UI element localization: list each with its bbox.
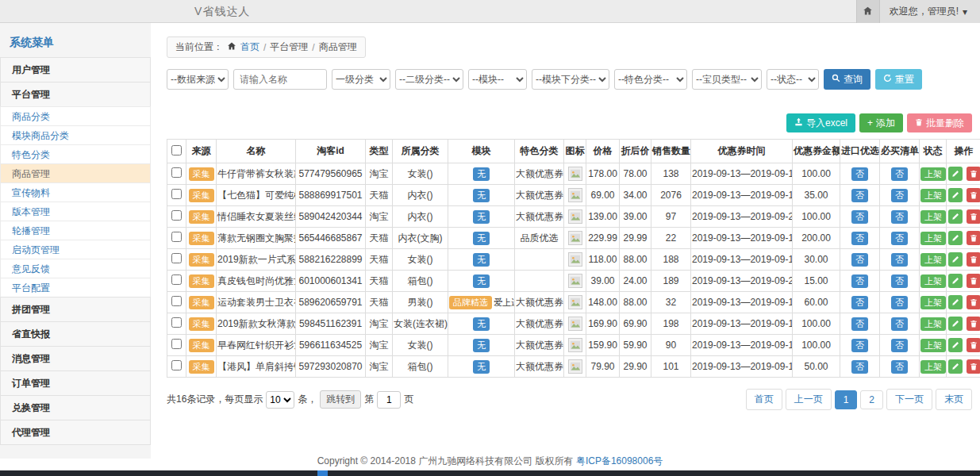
- import-select-toggle[interactable]: 否: [851, 360, 868, 374]
- sidebar-group[interactable]: 订单管理: [0, 370, 151, 396]
- must-buy-toggle[interactable]: 否: [891, 339, 908, 352]
- edit-button[interactable]: [948, 188, 963, 202]
- sidebar-group[interactable]: 用户管理: [0, 57, 151, 83]
- featured-category-select[interactable]: --特色分类--: [614, 69, 687, 90]
- sidebar-group[interactable]: 省直快报: [0, 321, 151, 347]
- must-buy-toggle[interactable]: 否: [891, 296, 908, 309]
- row-checkbox[interactable]: [171, 339, 182, 349]
- sidebar-item[interactable]: 平台配置: [0, 278, 151, 298]
- jump-button[interactable]: 跳转到: [320, 390, 361, 409]
- row-checkbox[interactable]: [171, 167, 182, 178]
- sidebar-group[interactable]: 消息管理: [0, 346, 151, 371]
- import-select-toggle[interactable]: 否: [851, 210, 868, 224]
- sidebar-item[interactable]: 意见反馈: [0, 259, 151, 278]
- edit-button[interactable]: [948, 167, 963, 181]
- delete-button[interactable]: [967, 274, 980, 288]
- sidebar-group[interactable]: 兑换管理: [0, 395, 151, 420]
- per-page-select[interactable]: 10: [266, 391, 294, 409]
- home-icon-button[interactable]: [856, 0, 880, 23]
- sidebar-item[interactable]: 模块商品分类: [0, 125, 151, 145]
- delete-button[interactable]: [967, 167, 980, 181]
- row-checkbox[interactable]: [171, 317, 182, 328]
- must-buy-toggle[interactable]: 否: [891, 274, 908, 288]
- delete-button[interactable]: [967, 338, 980, 352]
- delete-button[interactable]: [967, 188, 980, 202]
- sidebar-group[interactable]: 代理管理: [0, 420, 151, 445]
- row-checkbox[interactable]: [171, 253, 182, 263]
- import-select-toggle[interactable]: 否: [851, 167, 868, 181]
- must-buy-toggle[interactable]: 否: [891, 189, 908, 202]
- select-all-checkbox[interactable]: [171, 145, 182, 155]
- sidebar-item[interactable]: 商品分类: [0, 106, 151, 126]
- search-button[interactable]: 查询: [824, 69, 870, 90]
- import-select-toggle[interactable]: 否: [851, 253, 868, 267]
- status-select[interactable]: --状态--: [767, 69, 819, 90]
- row-checkbox[interactable]: [171, 274, 182, 285]
- row-checkbox[interactable]: [171, 210, 182, 221]
- import-select-toggle[interactable]: 否: [851, 274, 868, 288]
- edit-button[interactable]: [948, 209, 963, 224]
- edit-button[interactable]: [948, 295, 963, 309]
- status-badge[interactable]: 上架: [920, 232, 946, 245]
- status-badge[interactable]: 上架: [920, 296, 946, 309]
- import-select-toggle[interactable]: 否: [851, 339, 868, 352]
- add-button[interactable]: + 添加: [859, 113, 903, 132]
- page-number-input[interactable]: [377, 391, 401, 409]
- module-sub-select[interactable]: --模块下分类--: [532, 69, 609, 90]
- name-search-input[interactable]: [233, 69, 327, 90]
- edit-button[interactable]: [948, 274, 963, 288]
- must-buy-toggle[interactable]: 否: [891, 317, 908, 331]
- sidebar-item[interactable]: 轮播管理: [0, 221, 151, 240]
- next-page-button[interactable]: 下一页: [886, 389, 932, 410]
- import-select-toggle[interactable]: 否: [851, 232, 868, 245]
- level1-category-select[interactable]: 一级分类: [332, 69, 390, 90]
- first-page-button[interactable]: 首页: [746, 389, 782, 410]
- row-checkbox[interactable]: [171, 296, 182, 306]
- edit-button[interactable]: [948, 359, 963, 374]
- page-number-button[interactable]: 2: [860, 390, 883, 409]
- import-select-toggle[interactable]: 否: [851, 296, 868, 309]
- module-select[interactable]: --模块--: [468, 69, 527, 90]
- status-badge[interactable]: 上架: [920, 274, 946, 288]
- must-buy-toggle[interactable]: 否: [891, 360, 908, 374]
- status-badge[interactable]: 上架: [920, 253, 946, 267]
- edit-button[interactable]: [948, 231, 963, 245]
- import-excel-button[interactable]: 导入excel: [786, 113, 855, 132]
- sidebar-item[interactable]: 商品管理: [0, 163, 151, 183]
- delete-button[interactable]: [967, 209, 980, 224]
- sidebar-item[interactable]: 特色分类: [0, 144, 151, 164]
- status-badge[interactable]: 上架: [920, 167, 946, 181]
- delete-button[interactable]: [967, 252, 980, 267]
- must-buy-toggle[interactable]: 否: [891, 210, 908, 224]
- delete-button[interactable]: [967, 231, 980, 245]
- import-select-toggle[interactable]: 否: [851, 317, 868, 331]
- status-badge[interactable]: 上架: [920, 317, 946, 331]
- delete-button[interactable]: [967, 317, 980, 331]
- delete-button[interactable]: [967, 359, 980, 374]
- batch-delete-button[interactable]: 批量删除: [907, 113, 972, 132]
- source-select[interactable]: --数据来源--: [167, 69, 229, 90]
- sidebar-item[interactable]: 版本管理: [0, 202, 151, 221]
- status-badge[interactable]: 上架: [920, 189, 946, 202]
- row-checkbox[interactable]: [171, 232, 182, 242]
- status-badge[interactable]: 上架: [920, 210, 946, 224]
- icp-link[interactable]: 粤ICP备16098006号: [576, 455, 663, 466]
- status-badge[interactable]: 上架: [920, 360, 946, 374]
- edit-button[interactable]: [948, 317, 963, 331]
- breadcrumb-home-link[interactable]: 首页: [240, 40, 259, 54]
- edit-button[interactable]: [948, 338, 963, 352]
- last-page-button[interactable]: 末页: [936, 389, 972, 410]
- row-checkbox[interactable]: [171, 189, 182, 199]
- delete-button[interactable]: [967, 295, 980, 309]
- sidebar-group[interactable]: 拼团管理: [0, 297, 151, 322]
- sidebar-item[interactable]: 宣传物料: [0, 182, 151, 202]
- prev-page-button[interactable]: 上一页: [786, 389, 832, 410]
- page-number-button[interactable]: 1: [835, 390, 858, 409]
- user-menu[interactable]: 欢迎您，管理员! ▾: [880, 0, 980, 23]
- sidebar-item[interactable]: 启动页管理: [0, 240, 151, 259]
- must-buy-toggle[interactable]: 否: [891, 232, 908, 245]
- status-badge[interactable]: 上架: [920, 339, 946, 352]
- edit-button[interactable]: [948, 252, 963, 267]
- row-checkbox[interactable]: [171, 360, 182, 370]
- item-type-select[interactable]: --宝贝类型--: [692, 69, 762, 90]
